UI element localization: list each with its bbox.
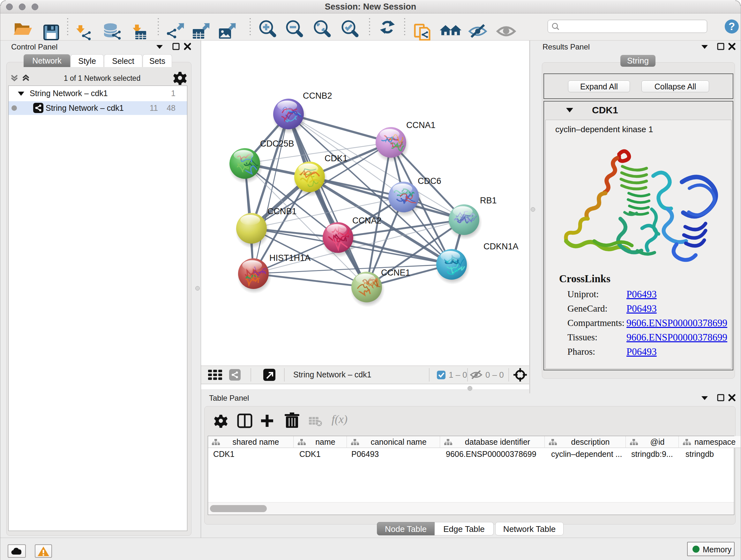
svg-text:CCNB1: CCNB1 xyxy=(267,206,297,216)
svg-text:CCNA1: CCNA1 xyxy=(406,120,435,130)
svg-text:RB1: RB1 xyxy=(480,196,497,205)
svg-text:CDK1: CDK1 xyxy=(325,153,347,163)
svg-text:String Network – cdk1: String Network – cdk1 xyxy=(293,370,372,379)
svg-text:CDC6: CDC6 xyxy=(418,176,441,186)
svg-text:1 – 0: 1 – 0 xyxy=(449,370,467,380)
svg-text:CCNB2: CCNB2 xyxy=(303,91,332,101)
svg-text:CCNA2: CCNA2 xyxy=(352,216,382,226)
svg-text:CDKN1A: CDKN1A xyxy=(483,242,519,251)
svg-text:HIST1H1A: HIST1H1A xyxy=(269,253,311,263)
svg-text:CDC25B: CDC25B xyxy=(260,139,294,148)
svg-text:0 – 0: 0 – 0 xyxy=(485,370,504,380)
svg-text:CCNE1: CCNE1 xyxy=(381,268,410,277)
